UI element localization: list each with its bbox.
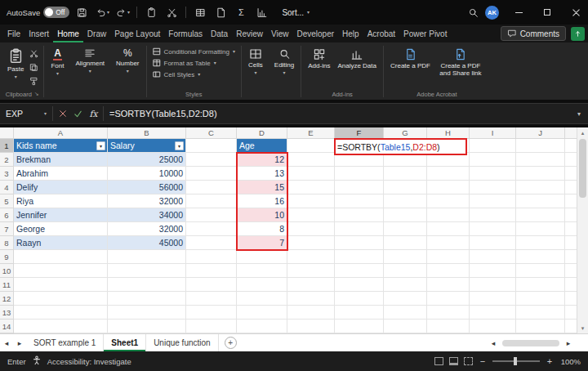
ribbon-tab-review[interactable]: Review	[232, 26, 267, 42]
cell-D3[interactable]: 13	[237, 167, 287, 181]
cell-F7[interactable]	[335, 222, 384, 236]
cell-J11[interactable]	[516, 278, 565, 292]
alignment-menu-button[interactable]: Alignment▾	[72, 46, 108, 74]
cell-C6[interactable]	[186, 208, 237, 222]
column-header-d[interactable]: D	[237, 127, 287, 139]
accessibility-status[interactable]: Accessibility: Investigate	[47, 357, 131, 366]
new-sheet-button[interactable]: +	[225, 337, 237, 349]
cell-A14[interactable]	[14, 320, 108, 333]
cell-B2[interactable]: 25000	[108, 153, 186, 167]
cell-I2[interactable]	[470, 153, 516, 167]
redo-button[interactable]: ▾	[114, 3, 131, 21]
cell-F11[interactable]	[335, 278, 384, 292]
cell-D14[interactable]	[237, 320, 287, 333]
hscroll-right-icon[interactable]: ▸	[562, 339, 575, 347]
close-button[interactable]	[564, 0, 588, 25]
sheet-nav-left-icon[interactable]: ◂	[0, 334, 13, 351]
cell-H7[interactable]	[427, 222, 470, 236]
cell-A10[interactable]	[14, 264, 108, 278]
cell-E13[interactable]	[287, 306, 335, 320]
formula-bar-expand-icon[interactable]: ▾	[570, 104, 588, 123]
cell-A7[interactable]: George	[14, 222, 108, 236]
cell-E14[interactable]	[287, 320, 335, 333]
cell-D10[interactable]	[237, 264, 287, 278]
cell-F4[interactable]	[335, 181, 384, 194]
cell-H11[interactable]	[427, 278, 470, 292]
cell-H9[interactable]	[427, 250, 470, 264]
cell-B14[interactable]	[108, 320, 186, 333]
cell-G3[interactable]	[384, 167, 427, 181]
row-header-14[interactable]: 14	[0, 320, 14, 333]
cell-D6[interactable]: 10	[237, 208, 287, 222]
cell-H10[interactable]	[427, 264, 470, 278]
create-pdf-button[interactable]: Create a PDF	[387, 46, 434, 69]
cell-B7[interactable]: 32000	[108, 222, 186, 236]
column-header-g[interactable]: G	[384, 127, 427, 139]
cell-styles-button[interactable]: Cell Styles▾	[150, 69, 203, 80]
cell-I5[interactable]	[470, 194, 516, 208]
number-menu-button[interactable]: %Number▾	[113, 46, 142, 74]
cell-C5[interactable]	[186, 194, 237, 208]
column-header-f[interactable]: F	[335, 127, 384, 139]
cell-E6[interactable]	[287, 208, 335, 222]
cell-C2[interactable]	[186, 153, 237, 167]
cell-E2[interactable]	[287, 153, 335, 167]
cell-B11[interactable]	[108, 278, 186, 292]
cell-B9[interactable]	[108, 250, 186, 264]
cell-G9[interactable]	[384, 250, 427, 264]
cell-B8[interactable]: 45000	[108, 236, 186, 250]
ribbon-tab-view[interactable]: View	[267, 26, 293, 42]
cell-G4[interactable]	[384, 181, 427, 194]
sheet-tab-sort-example-1[interactable]: SORT example 1	[26, 334, 104, 351]
cell-D4[interactable]: 15	[237, 181, 287, 194]
cell-E5[interactable]	[287, 194, 335, 208]
zoom-slider-thumb[interactable]	[514, 357, 517, 365]
cell-I8[interactable]	[470, 236, 516, 250]
cell-I4[interactable]	[470, 181, 516, 194]
sheet-tab-sheet1[interactable]: Sheet1	[104, 334, 146, 351]
cell-A6[interactable]: Jennifer	[14, 208, 108, 222]
row-header-12[interactable]: 12	[0, 292, 14, 306]
cell-J8[interactable]	[516, 236, 565, 250]
cell-I3[interactable]	[470, 167, 516, 181]
cell-C13[interactable]	[186, 306, 237, 320]
cell-E3[interactable]	[287, 167, 335, 181]
cell-D12[interactable]	[237, 292, 287, 306]
page-layout-view-icon[interactable]	[449, 357, 458, 365]
copy-button[interactable]	[28, 62, 40, 73]
cell-J6[interactable]	[516, 208, 565, 222]
cell-A8[interactable]: Raayn	[14, 236, 108, 250]
paste-button[interactable]: Paste ▾	[4, 46, 27, 79]
cell-A5[interactable]: Riya	[14, 194, 108, 208]
cell-F9[interactable]	[335, 250, 384, 264]
column-header-e[interactable]: E	[287, 127, 335, 139]
row-header-5[interactable]: 5	[0, 194, 14, 208]
cell-I7[interactable]	[470, 222, 516, 236]
cell-I10[interactable]	[470, 264, 516, 278]
normal-view-icon[interactable]	[434, 357, 443, 365]
cell-B13[interactable]	[108, 306, 186, 320]
cell-D2[interactable]: 12	[237, 153, 287, 167]
cell-F13[interactable]	[335, 306, 384, 320]
ribbon-tab-formulas[interactable]: Formulas	[164, 26, 207, 42]
cell-J9[interactable]	[516, 250, 565, 264]
document-tool-button[interactable]	[212, 3, 229, 21]
cell-J14[interactable]	[516, 320, 565, 333]
cell-H3[interactable]	[427, 167, 470, 181]
comments-button[interactable]: Comments	[501, 26, 566, 41]
cell-G8[interactable]	[384, 236, 427, 250]
ribbon-tab-draw[interactable]: Draw	[83, 26, 110, 42]
cell-H14[interactable]	[427, 320, 470, 333]
column-header-h[interactable]: H	[427, 127, 470, 139]
row-header-8[interactable]: 8	[0, 236, 14, 250]
filter-dropdown-icon[interactable]: ▾	[96, 141, 105, 150]
cell-F10[interactable]	[335, 264, 384, 278]
cell-B3[interactable]: 10000	[108, 167, 186, 181]
cell-G14[interactable]	[384, 320, 427, 333]
cell-A13[interactable]	[14, 306, 108, 320]
cell-A1[interactable]: Kids name▾	[14, 139, 108, 153]
cell-J3[interactable]	[516, 167, 565, 181]
filter-dropdown-icon[interactable]: ▾	[175, 141, 184, 150]
cell-G13[interactable]	[384, 306, 427, 320]
addins-button[interactable]: Add-ins	[305, 46, 333, 69]
